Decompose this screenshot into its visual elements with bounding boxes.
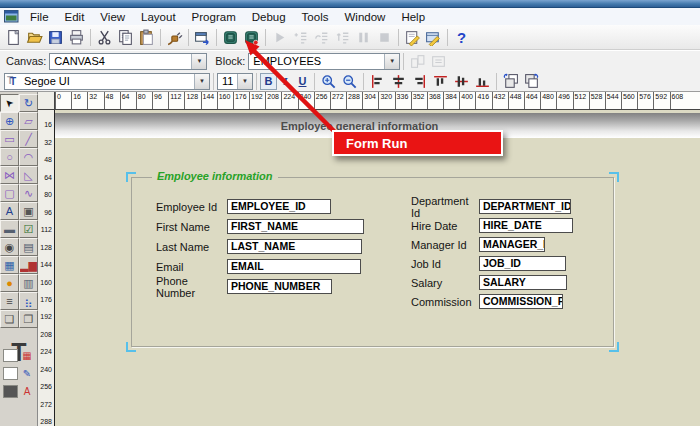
menu-file[interactable]: File — [22, 9, 57, 25]
run-form-debug-button[interactable] — [241, 27, 262, 48]
canvas-tool[interactable]: ❏ — [0, 310, 19, 328]
last-name-input[interactable]: LAST_NAME — [227, 239, 362, 254]
menu-view[interactable]: View — [92, 9, 133, 25]
polygon-tool-icon: ⋈ — [4, 170, 15, 181]
canvas-select[interactable]: CANVAS4 ▼ — [49, 53, 207, 70]
phone-number-input[interactable]: PHONE_NUMBER — [227, 279, 332, 294]
selection-handle[interactable] — [126, 172, 136, 182]
image-item-tool[interactable]: ▦ — [0, 256, 19, 274]
polygon-tool[interactable]: ⋈ — [0, 166, 19, 184]
checkbox-tool[interactable]: ☑ — [19, 220, 38, 238]
copy-button[interactable] — [115, 27, 136, 48]
zoom-in-icon — [320, 73, 337, 90]
display-item-tool[interactable]: ▥ — [19, 274, 38, 292]
font-family-select[interactable]: TT Segoe UI ▼ — [4, 73, 210, 90]
ellipse-tool[interactable]: ○ — [0, 148, 19, 166]
send-to-back-button[interactable] — [521, 71, 542, 92]
align-center-button[interactable] — [388, 71, 409, 92]
align-middle-button[interactable] — [451, 71, 472, 92]
run-form-button[interactable] — [220, 27, 241, 48]
compile-file-button[interactable] — [192, 27, 213, 48]
underline-button[interactable]: U — [294, 73, 311, 90]
window-titlebar[interactable] — [0, 0, 700, 8]
tree-item-tool[interactable]: ⣦ — [19, 292, 38, 310]
commission-input[interactable]: COMMISSION_PCT — [479, 294, 563, 309]
align-right-button[interactable] — [409, 71, 430, 92]
align-top-button[interactable] — [430, 71, 451, 92]
font-toolbar: TT Segoe UI ▼ 11 ▼ B I U — [0, 71, 700, 92]
chart-item-tool[interactable]: ▂▆ — [19, 256, 38, 274]
cut-icon — [96, 29, 113, 46]
menu-window[interactable]: Window — [336, 9, 393, 25]
employee-info-frame[interactable]: Employee information Employee IdEMPLOYEE… — [131, 177, 614, 347]
fill-color-well[interactable]: ▦ — [0, 346, 38, 365]
connect-button[interactable] — [164, 27, 185, 48]
first-name-input[interactable]: FIRST_NAME — [227, 219, 364, 234]
bold-button[interactable]: B — [260, 73, 277, 90]
menu-layout[interactable]: Layout — [133, 9, 184, 25]
chevron-down-icon[interactable]: ▼ — [191, 54, 206, 69]
font-size-select[interactable]: 11 ▼ — [217, 73, 253, 90]
selection-handle[interactable] — [126, 342, 136, 352]
rectangle-tool[interactable]: ▭ — [0, 130, 19, 148]
department-id-input[interactable]: DEPARTMENT_ID — [479, 199, 571, 214]
employee-id-input[interactable]: EMPLOYEE_ID — [227, 199, 331, 214]
menu-program[interactable]: Program — [184, 9, 244, 25]
radio-button-tool[interactable]: ◉ — [0, 238, 19, 256]
h-ruler-mark: 224 — [281, 92, 297, 109]
text-color-well-icon: A — [20, 387, 34, 397]
text-color-well[interactable]: A — [0, 382, 38, 401]
salary-input[interactable]: SALARY — [479, 275, 567, 290]
stacked-canvas-tool[interactable]: ❐ — [19, 310, 38, 328]
align-bottom-button[interactable] — [472, 71, 493, 92]
help-button[interactable]: ? — [451, 27, 472, 48]
line-tool[interactable]: ╱ — [19, 130, 38, 148]
layout-canvas[interactable]: Employee general information Employee in… — [55, 110, 700, 426]
line-color-well[interactable]: ✎ — [0, 364, 38, 383]
freehand-tool[interactable]: ∿ — [19, 184, 38, 202]
chevron-down-icon[interactable]: ▼ — [237, 74, 252, 89]
list-item-tool[interactable]: ≡ — [0, 292, 19, 310]
bring-to-front-button[interactable] — [500, 71, 521, 92]
job-id-input[interactable]: JOB_ID — [479, 256, 566, 271]
cut-button[interactable] — [94, 27, 115, 48]
selection-handle[interactable] — [609, 172, 619, 182]
hire-date-input[interactable]: HIRE_DATE — [479, 218, 573, 233]
zoom-in-button[interactable] — [318, 71, 339, 92]
chevron-down-icon[interactable]: ▼ — [384, 54, 399, 69]
align-left-button[interactable] — [367, 71, 388, 92]
text-tool-icon: A — [6, 206, 13, 217]
fill-color-well-icon: ▦ — [20, 351, 34, 361]
selection-handle[interactable] — [609, 342, 619, 352]
magnify-tool[interactable]: ⊕ — [0, 112, 19, 130]
italic-button[interactable]: I — [277, 73, 294, 90]
paste-button[interactable] — [136, 27, 157, 48]
manager-id-input[interactable]: MANAGER_ID — [479, 237, 545, 252]
rounded-rect-tool[interactable]: ▢ — [0, 184, 19, 202]
arc-tool[interactable]: ◠ — [19, 148, 38, 166]
layout-wizard-button[interactable] — [402, 27, 423, 48]
rotate-tool[interactable]: ↻ — [19, 94, 38, 112]
data-block-wizard-button[interactable] — [423, 27, 444, 48]
menu-debug[interactable]: Debug — [244, 9, 294, 25]
reshape-tool[interactable]: ▱ — [19, 112, 38, 130]
push-button-tool[interactable]: ▬ — [0, 220, 19, 238]
new-file-button[interactable] — [3, 27, 24, 48]
main-toolbar: ? — [0, 25, 700, 50]
text-item-tool[interactable]: ▤ — [19, 238, 38, 256]
open-file-button[interactable] — [24, 27, 45, 48]
sound-item-tool[interactable]: ● — [0, 274, 19, 292]
zoom-out-button[interactable] — [339, 71, 360, 92]
print-button[interactable] — [66, 27, 87, 48]
chevron-down-icon[interactable]: ▼ — [194, 74, 209, 89]
menu-edit[interactable]: Edit — [57, 9, 93, 25]
block-select[interactable]: EMPLOYEES ▼ — [248, 53, 400, 70]
menu-tools[interactable]: Tools — [294, 9, 337, 25]
polyline-tool[interactable]: ◺ — [19, 166, 38, 184]
text-tool[interactable]: A — [0, 202, 19, 220]
save-button[interactable] — [45, 27, 66, 48]
menu-help[interactable]: Help — [393, 9, 433, 25]
email-input[interactable]: EMAIL — [227, 259, 361, 274]
select-tool[interactable]: ➤ — [0, 94, 19, 112]
frame-tool[interactable]: ▣ — [19, 202, 38, 220]
